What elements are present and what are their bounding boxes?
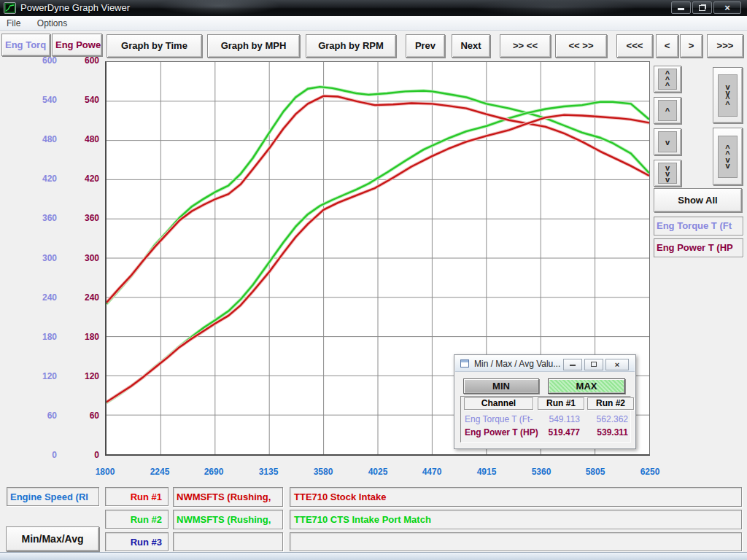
y-tick-power-360: 360 (48, 213, 99, 223)
run2-description[interactable]: TTE710 CTS Intake Port Match (290, 510, 742, 529)
x-tick-2690: 2690 (192, 467, 236, 477)
graph-by-time-button[interactable]: Graph by Time (107, 34, 202, 58)
scroll-left-button[interactable]: < (656, 34, 678, 58)
minmax-titlebar[interactable]: Min / Max / Avg Valu... × (455, 356, 635, 372)
x-tick-2245: 2245 (138, 467, 182, 477)
chevron-up-icon: ^ (665, 108, 670, 114)
scroll-left-fast-button[interactable]: <<< (616, 34, 653, 58)
scroll-up-fast-button[interactable]: ^ ^ ^ (654, 66, 681, 93)
minmax-power-run1-value: 519.477 (536, 427, 580, 438)
minmax-minimize-button[interactable] (563, 359, 582, 370)
run3-file-name[interactable] (173, 532, 283, 551)
close-button[interactable]: × (713, 1, 741, 14)
min-button[interactable]: MIN (463, 378, 539, 394)
restore-icon (699, 5, 705, 11)
x-tick-4025: 4025 (356, 467, 400, 477)
minmax-torque-run1-value: 549.113 (536, 414, 580, 424)
minmax-window-title: Min / Max / Avg Valu... (474, 359, 560, 369)
minmax-values-window[interactable]: Min / Max / Avg Valu... × MIN MAX Channe… (454, 354, 636, 449)
tab-eng-power[interactable]: Eng Powe (52, 34, 102, 56)
titlebar: PowerDyne Graph Viewer × (0, 0, 747, 16)
y-tick-power-0: 0 (48, 450, 99, 460)
zoom-out-y-button[interactable]: ^ ^ v v (713, 128, 743, 185)
app-window: PowerDyne Graph Viewer × File Options En… (0, 0, 747, 560)
x-tick-5360: 5360 (519, 467, 563, 477)
tab-eng-torque[interactable]: Eng Torq (1, 34, 50, 56)
run1-description[interactable]: TTE710 Stock Intake (290, 487, 742, 507)
minimize-button[interactable] (671, 1, 691, 14)
chevron-up-triple-icon: ^ ^ ^ (665, 71, 670, 88)
run2-label: Run #2 (105, 510, 169, 529)
max-button[interactable]: MAX (548, 378, 625, 394)
run1-label: Run #1 (105, 487, 169, 506)
minmaxavg-button[interactable]: Min/Max/Avg (6, 526, 99, 551)
scroll-right-fast-button[interactable]: >>> (707, 34, 743, 58)
y-tick-power-240: 240 (48, 292, 99, 303)
run3-description[interactable] (290, 532, 742, 551)
chevron-down-triple-icon: v v v (665, 165, 670, 182)
window-bottom-edge (0, 552, 747, 560)
scroll-down-button[interactable]: v (654, 128, 681, 155)
next-button[interactable]: Next (452, 34, 490, 58)
y-tick-power-600: 600 (48, 55, 99, 66)
y-tick-power-120: 120 (48, 371, 99, 381)
chevrons-outward-icon: ^ ^ v v (725, 145, 729, 168)
zoom-in-x-button[interactable]: >> << (500, 34, 551, 58)
x-tick-4470: 4470 (410, 467, 454, 477)
prev-button[interactable]: Prev (406, 34, 445, 58)
graph-by-mph-button[interactable]: Graph by MPH (207, 34, 300, 58)
y-tick-power-540: 540 (48, 95, 99, 105)
y-tick-power-480: 480 (48, 134, 99, 144)
menu-file[interactable]: File (0, 17, 27, 31)
run1-file-name[interactable]: NWMSFTS (Rushing, (173, 487, 283, 507)
x-tick-4915: 4915 (465, 467, 508, 477)
minmax-close-button[interactable]: × (605, 359, 629, 370)
graph-by-rpm-button[interactable]: Graph by RPM (306, 34, 396, 58)
x-tick-3580: 3580 (301, 467, 345, 477)
y-tick-power-180: 180 (48, 332, 99, 342)
run2-file-name[interactable]: NWMSFTS (Rushing, (173, 510, 283, 529)
scroll-right-button[interactable]: > (680, 34, 703, 58)
x-tick-6250: 6250 (628, 467, 672, 477)
x-tick-1800: 1800 (83, 467, 127, 477)
minmax-window-icon (460, 359, 469, 368)
minmax-row-torque-label: Eng Torque T (Ft- (465, 414, 543, 424)
chevrons-inward-icon: v v ^ ^ (725, 84, 729, 107)
x-axis-channel-label: Engine Speed (RI (7, 487, 99, 506)
y-tick-power-300: 300 (48, 253, 99, 263)
minimize-icon (570, 365, 576, 366)
power-channel-label: Eng Power T (HP (654, 238, 743, 257)
scroll-up-button[interactable]: ^ (654, 97, 681, 124)
y-tick-power-60: 60 (48, 411, 99, 421)
minimize-icon (678, 8, 684, 10)
run3-label: Run #3 (105, 532, 169, 551)
menubar: File Options (0, 16, 747, 31)
scroll-down-fast-button[interactable]: v v v (654, 160, 681, 187)
minmax-power-run2-value: 539.311 (586, 427, 628, 438)
x-tick-5805: 5805 (573, 467, 617, 477)
chevron-down-icon: v (665, 139, 670, 145)
zoom-out-x-button[interactable]: << >> (555, 34, 607, 58)
menu-options[interactable]: Options (31, 17, 74, 31)
restore-icon (591, 362, 597, 367)
zoom-in-y-button[interactable]: v v ^ ^ (713, 67, 743, 123)
column-header-run1[interactable]: Run #1 (538, 397, 584, 410)
minmax-torque-run2-value: 562.362 (586, 414, 628, 424)
minmax-row-power-label: Eng Power T (HP) (465, 427, 543, 438)
window-title: PowerDyne Graph Viewer (20, 2, 130, 13)
column-header-run2[interactable]: Run #2 (587, 397, 634, 410)
app-icon (4, 2, 16, 14)
x-tick-3135: 3135 (247, 467, 290, 477)
torque-channel-label: Eng Torque T (Ft (654, 217, 743, 236)
show-all-button[interactable]: Show All (654, 188, 742, 212)
minmax-maximize-button[interactable] (584, 359, 603, 370)
column-header-channel[interactable]: Channel (464, 397, 533, 410)
y-tick-power-420: 420 (48, 174, 99, 184)
maximize-button[interactable] (692, 1, 712, 14)
